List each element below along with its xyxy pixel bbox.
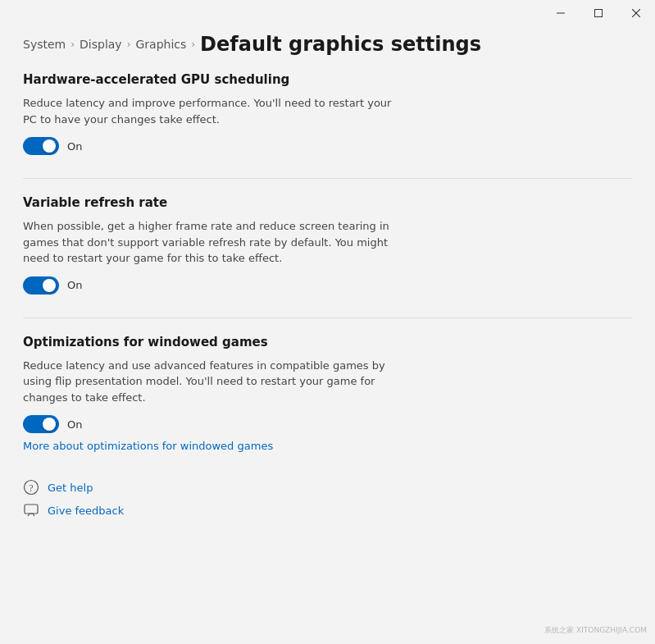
toggle-gpu-scheduling[interactable]: [23, 137, 59, 155]
breadcrumb-sep-2: ›: [127, 39, 131, 50]
divider-1: [23, 178, 632, 179]
svg-text:?: ?: [29, 482, 33, 494]
title-bar-controls: [542, 0, 655, 26]
section-gpu-scheduling-title: Hardware-accelerated GPU scheduling: [23, 72, 632, 87]
help-get-help[interactable]: ? Get help: [23, 479, 632, 496]
minimize-button[interactable]: [542, 0, 580, 26]
help-icon: ?: [23, 479, 39, 496]
toggle-variable-refresh[interactable]: [23, 276, 59, 295]
help-section: ? Get help Give feedback: [23, 479, 632, 518]
close-button[interactable]: [617, 0, 655, 26]
toggle-row-gpu-scheduling: On: [23, 137, 632, 155]
toggle-windowed-games-label: On: [67, 418, 82, 431]
toggle-row-windowed-games: On: [23, 415, 632, 433]
section-variable-refresh-desc: When possible, get a higher frame rate a…: [23, 218, 400, 267]
maximize-button[interactable]: [580, 0, 617, 26]
section-windowed-games: Optimizations for windowed games Reduce …: [23, 335, 632, 454]
get-help-link[interactable]: Get help: [48, 482, 93, 494]
give-feedback-link[interactable]: Give feedback: [48, 505, 124, 517]
section-windowed-games-title: Optimizations for windowed games: [23, 335, 632, 349]
svg-rect-6: [25, 505, 38, 514]
toggle-row-variable-refresh: On: [23, 276, 632, 295]
title-bar: [0, 0, 655, 26]
section-gpu-scheduling-desc: Reduce latency and improve performance. …: [23, 95, 400, 127]
breadcrumb-sep-3: ›: [191, 39, 195, 50]
breadcrumb: System › Display › Graphics › Default gr…: [0, 26, 655, 72]
svg-rect-1: [595, 10, 603, 17]
page-title: Default graphics settings: [200, 33, 481, 56]
help-give-feedback[interactable]: Give feedback: [23, 502, 632, 518]
content-area: Hardware-accelerated GPU scheduling Redu…: [0, 72, 655, 644]
toggle-variable-refresh-label: On: [67, 279, 82, 291]
window: System › Display › Graphics › Default gr…: [0, 0, 655, 644]
feedback-icon: [23, 502, 39, 518]
breadcrumb-system[interactable]: System: [23, 38, 66, 51]
section-windowed-games-desc: Reduce latency and use advanced features…: [23, 358, 400, 406]
section-variable-refresh: Variable refresh rate When possible, get…: [23, 195, 632, 295]
svg-rect-0: [557, 13, 565, 14]
breadcrumb-sep-1: ›: [71, 39, 75, 50]
section-variable-refresh-title: Variable refresh rate: [23, 195, 632, 210]
windowed-games-link[interactable]: More about optimizations for windowed ga…: [23, 440, 273, 452]
section-gpu-scheduling: Hardware-accelerated GPU scheduling Redu…: [23, 72, 632, 155]
toggle-windowed-games[interactable]: [23, 415, 59, 433]
divider-2: [23, 317, 632, 318]
breadcrumb-graphics[interactable]: Graphics: [135, 38, 186, 51]
toggle-gpu-scheduling-label: On: [67, 140, 82, 153]
breadcrumb-display[interactable]: Display: [80, 38, 122, 51]
